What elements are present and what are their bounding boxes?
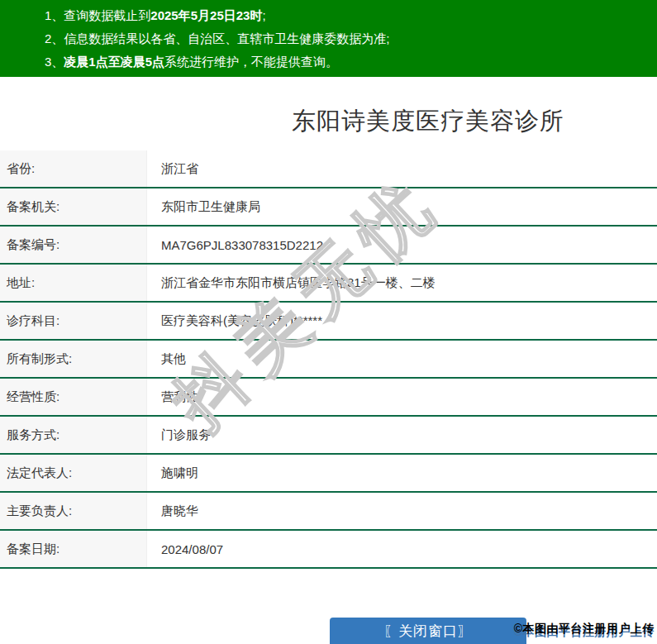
row-label: 主要负责人: bbox=[0, 493, 147, 529]
row-label: 所有制形式: bbox=[0, 341, 147, 377]
row-label: 备案编号: bbox=[0, 227, 147, 263]
row-value: 医疗美容科(美容皮肤科)****** bbox=[147, 303, 657, 339]
upload-attribution-stamp: ©本图由平台注册用户上传 bbox=[514, 622, 655, 637]
row-value: MA7G6PJL833078315D2212 bbox=[147, 227, 657, 263]
table-row-main-person-in-charge: 主要负责人: 唐晓华 bbox=[0, 493, 657, 531]
row-label: 备案机关: bbox=[0, 188, 147, 225]
row-value: 2024/08/07 bbox=[147, 531, 657, 567]
notice-line-2: 2、信息数据结果以各省、自治区、直辖市卫生健康委数据为准; bbox=[45, 27, 649, 50]
notice-line-3: 3、凌晨1点至凌晨5点系统进行维护，不能提供查询。 bbox=[45, 50, 649, 74]
table-row-service-mode: 服务方式: 门诊服务 bbox=[0, 417, 657, 455]
row-label: 经营性质: bbox=[0, 379, 147, 415]
row-value: 浙江省 bbox=[147, 150, 657, 187]
row-value: 营利性 bbox=[147, 379, 657, 415]
row-label: 备案日期: bbox=[0, 531, 147, 567]
table-row-address: 地址: 浙江省金华市东阳市横店镇医学路31号一楼、二楼 bbox=[0, 265, 657, 303]
row-value: 唐晓华 bbox=[147, 493, 657, 529]
notice-text: ; bbox=[262, 8, 265, 22]
table-row-filing-number: 备案编号: MA7G6PJL833078315D2212 bbox=[0, 227, 657, 265]
row-value: 东阳市卫生健康局 bbox=[147, 188, 657, 225]
row-value: 浙江省金华市东阳市横店镇医学路31号一楼、二楼 bbox=[147, 265, 657, 301]
page: 1、查询数据截止到2025年5月25日23时; 2、信息数据结果以各省、自治区、… bbox=[0, 0, 657, 644]
row-label: 服务方式: bbox=[0, 417, 147, 453]
row-label: 省份: bbox=[0, 150, 147, 187]
notice-text-bold: 凌晨1点至凌晨5点 bbox=[64, 55, 164, 69]
row-value: 门诊服务 bbox=[147, 417, 657, 453]
row-value: 其他 bbox=[147, 341, 657, 377]
info-table: 省份: 浙江省 备案机关: 东阳市卫生健康局 备案编号: MA7G6PJL833… bbox=[0, 150, 657, 569]
row-label: 地址: bbox=[0, 265, 147, 301]
table-row-business-nature: 经营性质: 营利性 bbox=[0, 379, 657, 417]
clinic-title: 东阳诗美度医疗美容诊所 bbox=[292, 105, 564, 138]
notice-text-bold: 2025年5月25日23时 bbox=[150, 8, 262, 22]
notice-number: 2、 bbox=[45, 31, 64, 45]
row-value: 施啸明 bbox=[147, 455, 657, 491]
table-row-medical-subjects: 诊疗科目: 医疗美容科(美容皮肤科)****** bbox=[0, 303, 657, 341]
close-window-button[interactable]: 〖关闭窗口〗 bbox=[330, 618, 526, 644]
notice-number: 3、 bbox=[45, 55, 64, 69]
row-label: 法定代表人: bbox=[0, 455, 147, 491]
table-row-ownership-form: 所有制形式: 其他 bbox=[0, 341, 657, 379]
table-row-filing-authority: 备案机关: 东阳市卫生健康局 bbox=[0, 188, 657, 227]
table-row-filing-date: 备案日期: 2024/08/07 bbox=[0, 531, 657, 569]
notice-text: 信息数据结果以各省、自治区、直辖市卫生健康委数据为准; bbox=[64, 31, 389, 45]
table-row-legal-representative: 法定代表人: 施啸明 bbox=[0, 455, 657, 493]
table-row-province: 省份: 浙江省 bbox=[0, 150, 657, 188]
notice-banner: 1、查询数据截止到2025年5月25日23时; 2、信息数据结果以各省、自治区、… bbox=[0, 0, 657, 77]
notice-text: 系统进行维护，不能提供查询。 bbox=[164, 55, 338, 69]
notice-text: 查询数据截止到 bbox=[64, 8, 150, 22]
notice-number: 1、 bbox=[45, 8, 64, 22]
notice-line-1: 1、查询数据截止到2025年5月25日23时; bbox=[45, 4, 649, 27]
row-label: 诊疗科目: bbox=[0, 303, 147, 339]
